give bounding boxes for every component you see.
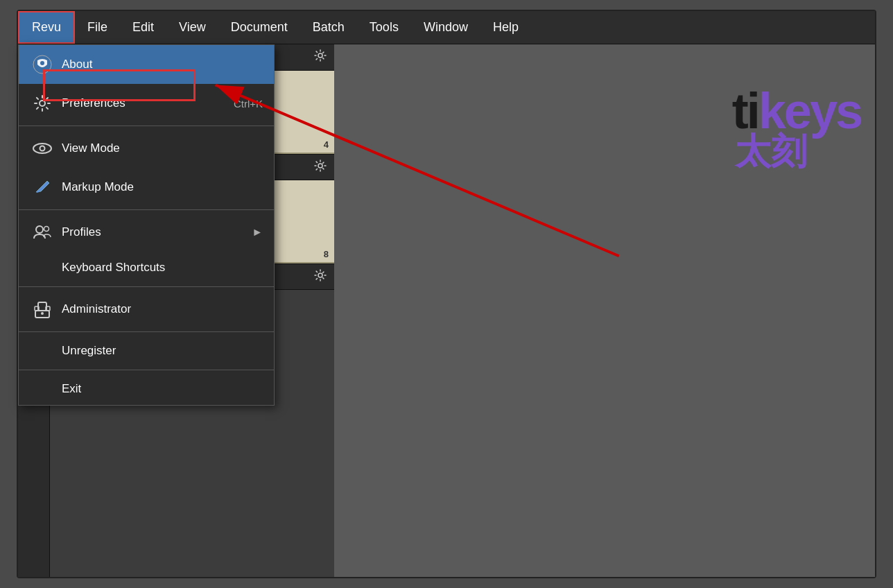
menu-item-keyboard-shortcuts[interactable]: Keyboard Shortcuts <box>19 252 274 284</box>
separator-1 <box>19 126 274 126</box>
menu-window[interactable]: Window <box>411 11 480 44</box>
admin-icon <box>30 297 55 322</box>
menu-item-markup-mode[interactable]: Markup Mode <box>19 168 274 207</box>
svg-point-36 <box>318 53 322 58</box>
menu-file[interactable]: File <box>75 11 120 44</box>
panel1-page-number: 4 <box>324 139 329 150</box>
center-area: ti keys 太刻 <box>334 44 875 577</box>
logo-chinese: 太刻 <box>732 133 807 169</box>
separator-2 <box>19 209 274 210</box>
menu-item-exit[interactable]: Exit <box>19 373 274 405</box>
markup-mode-icon <box>30 175 55 200</box>
panel2-page-number: 8 <box>324 249 329 259</box>
profiles-label: Profiles <box>62 225 246 239</box>
menu-help[interactable]: Help <box>480 11 531 44</box>
separator-5 <box>19 370 274 370</box>
logo-row1: ti keys <box>732 86 861 136</box>
panel2-gear[interactable] <box>313 159 327 176</box>
menu-item-preferences[interactable]: Preferences Ctrl+K <box>19 84 274 123</box>
svg-point-37 <box>318 164 322 168</box>
menu-bar: Revu File Edit View Document Batch Tools… <box>18 11 875 44</box>
separator-4 <box>19 331 274 332</box>
menu-tools[interactable]: Tools <box>357 11 411 44</box>
logo-keys: keys <box>758 86 861 136</box>
preferences-label: Preferences <box>62 96 234 110</box>
markup-mode-label: Markup Mode <box>62 180 263 194</box>
menu-view[interactable]: View <box>166 11 218 44</box>
profiles-submenu-arrow: ► <box>252 226 263 239</box>
separator-3 <box>19 286 274 287</box>
revu-dropdown-menu: About Preferences Ctrl+K View Mode <box>18 44 275 406</box>
menu-document[interactable]: Document <box>218 11 300 44</box>
svg-rect-8 <box>38 302 46 311</box>
svg-point-5 <box>36 226 43 233</box>
svg-point-9 <box>41 312 44 315</box>
svg-point-1 <box>40 61 44 65</box>
gear-icon <box>30 91 55 116</box>
view-mode-icon <box>30 136 55 161</box>
architect-gear[interactable] <box>313 268 327 285</box>
menu-batch[interactable]: Batch <box>300 11 357 44</box>
keyboard-shortcuts-label: Keyboard Shortcuts <box>62 261 263 275</box>
svg-point-3 <box>33 144 51 153</box>
menu-item-about[interactable]: About <box>19 45 274 84</box>
svg-point-6 <box>44 227 49 232</box>
logo-ti: ti <box>732 86 758 136</box>
logo-area: ti keys 太刻 <box>732 86 861 169</box>
administrator-label: Administrator <box>62 302 263 316</box>
menu-item-administrator[interactable]: Administrator <box>19 290 274 329</box>
app-window: Revu File Edit View Document Batch Tools… <box>17 10 876 578</box>
menu-revu[interactable]: Revu <box>18 11 75 44</box>
panel1-gear[interactable] <box>313 49 327 66</box>
menu-edit[interactable]: Edit <box>120 11 166 44</box>
svg-point-2 <box>40 101 45 106</box>
menu-item-unregister[interactable]: Unregister <box>19 335 274 367</box>
preferences-shortcut: Ctrl+K <box>234 98 263 110</box>
svg-point-38 <box>318 273 322 277</box>
menu-item-view-mode[interactable]: View Mode <box>19 129 274 168</box>
unregister-label: Unregister <box>62 344 263 358</box>
profiles-icon <box>30 220 55 245</box>
svg-point-4 <box>40 146 45 151</box>
about-label: About <box>62 58 263 71</box>
view-mode-label: View Mode <box>62 141 263 155</box>
revu-logo-icon <box>30 52 55 77</box>
menu-item-profiles[interactable]: Profiles ► <box>19 213 274 252</box>
exit-label: Exit <box>62 382 263 396</box>
